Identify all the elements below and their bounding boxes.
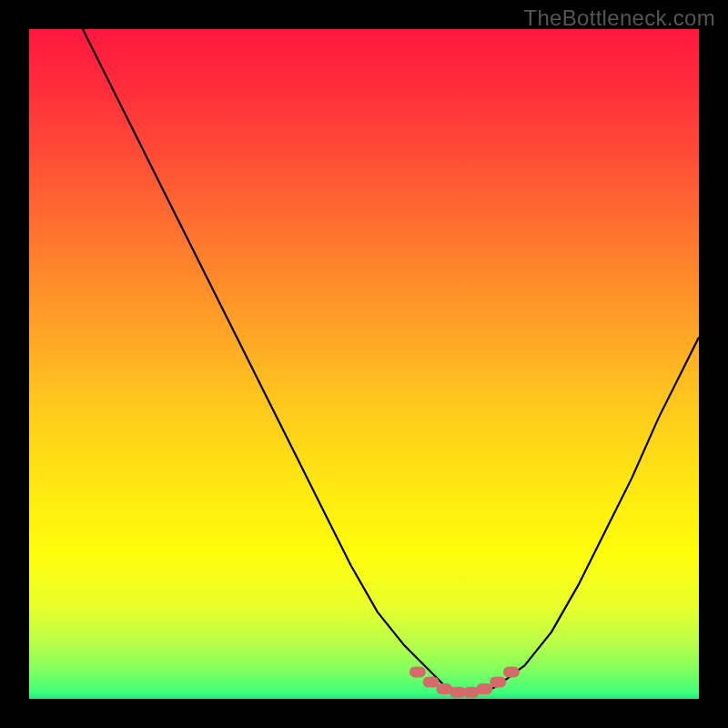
- accent-marker: [476, 683, 492, 694]
- chart-container: TheBottleneck.com: [0, 0, 728, 728]
- accent-marker: [503, 667, 520, 678]
- gradient-background: [29, 29, 699, 699]
- watermark-text: TheBottleneck.com: [523, 5, 715, 31]
- chart-svg: [29, 29, 699, 699]
- accent-marker: [423, 677, 440, 688]
- plot-area: [29, 29, 699, 699]
- accent-marker: [490, 677, 506, 688]
- accent-marker: [410, 667, 426, 678]
